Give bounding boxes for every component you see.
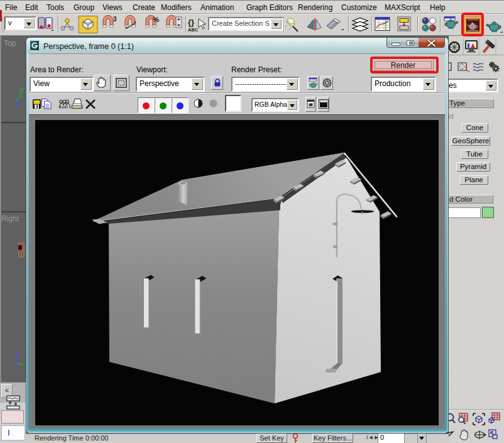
svg-text:z: z bbox=[18, 100, 21, 106]
svg-text:x: x bbox=[19, 355, 22, 361]
svg-text:ABC: ABC bbox=[188, 27, 199, 33]
svg-text:{}: {} bbox=[188, 18, 194, 27]
svg-text:3: 3 bbox=[113, 16, 117, 23]
svg-text:y: y bbox=[22, 85, 25, 92]
svg-text:%: % bbox=[153, 16, 159, 23]
